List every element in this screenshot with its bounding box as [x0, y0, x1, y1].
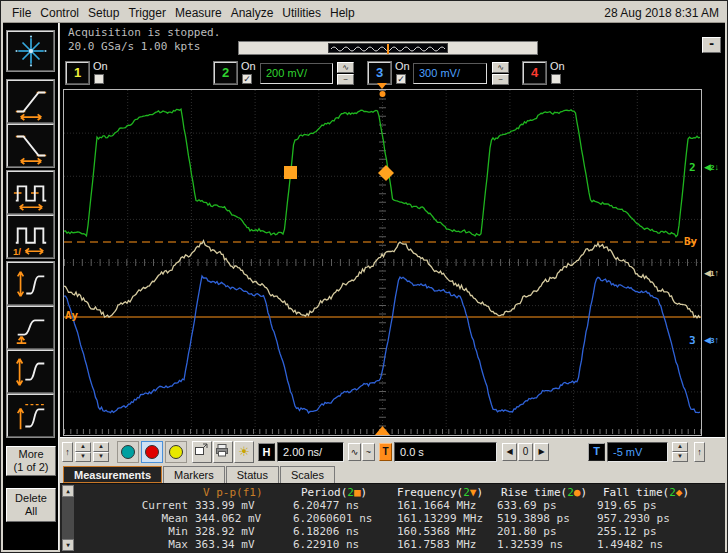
delete-all-button[interactable]: Delete All — [6, 488, 56, 522]
measurement-value: 363.34 mV — [195, 538, 255, 551]
channel-4-on-label: On — [550, 60, 565, 72]
minimize-button[interactable]: - — [702, 37, 721, 53]
channel-3-checkbox[interactable]: ✓ — [396, 74, 406, 84]
channel-4-checkbox[interactable] — [551, 74, 561, 84]
tab-scales[interactable]: Scales — [280, 466, 335, 483]
measurement-value: 255.12 ps — [597, 525, 657, 538]
measurement-value: 328.92 mV — [195, 525, 255, 538]
menu-measure[interactable]: Measure — [175, 6, 222, 20]
print-button[interactable] — [213, 441, 233, 463]
ch2-trace-label: 2 — [689, 161, 696, 174]
datetime: 28 Aug 2018 8:31 AM — [604, 6, 719, 20]
tab-status[interactable]: Status — [226, 466, 279, 483]
measurement-value: 160.5368 MHz — [397, 525, 476, 538]
window-arrow-icon — [193, 442, 209, 458]
measurement-value: 6.2060601 ns — [293, 512, 372, 525]
menu-utilities[interactable]: Utilities — [282, 6, 321, 20]
channel-3-scale-field[interactable]: 300 mV/ — [413, 63, 487, 84]
column-header: Period(2■) — [301, 486, 367, 499]
row-label: Current — [60, 499, 188, 512]
channel-2-checkbox[interactable]: ✓ — [242, 74, 252, 84]
vmax-measure-button[interactable] — [7, 394, 54, 437]
expand-up-button-right[interactable]: ↑ — [694, 442, 705, 462]
menu-trigger[interactable]: Trigger — [128, 6, 166, 20]
horizontal-overview-scrollbar[interactable] — [238, 41, 538, 55]
trigger-level-t-button[interactable]: T — [588, 443, 605, 461]
expand-up-button[interactable]: ↑ — [62, 442, 73, 462]
column-header: Rise time(2●) — [501, 486, 587, 499]
vpp-measure-button[interactable] — [7, 262, 54, 305]
acquisition-bar: Acquisition is stopped. 20.0 GSa/s 1.00 … — [60, 23, 725, 59]
menu-file[interactable]: File — [12, 6, 31, 20]
measurement-value: 201.80 ps — [497, 525, 557, 538]
menu-setup[interactable]: Setup — [88, 6, 119, 20]
trigger-bottom-triangle — [375, 426, 390, 435]
channel-2-scale-field[interactable]: 200 mV/ — [260, 63, 333, 84]
channel-4-button[interactable]: 4 — [523, 62, 546, 84]
channel-1-button[interactable]: 1 — [66, 62, 89, 84]
hscale-coarse-button[interactable]: ~ — [362, 443, 375, 461]
channel-3-button[interactable]: 3 — [368, 62, 391, 84]
channel-1-checkbox[interactable] — [94, 74, 104, 84]
timebase-scale-field[interactable]: 2.00 ns/ — [277, 442, 344, 462]
ch2-ground-marker-icon[interactable]: ◀2↓ — [704, 163, 718, 172]
row-label: Min — [60, 525, 188, 538]
menu-analyze[interactable]: Analyze — [231, 6, 274, 20]
channel-3-coupling-button[interactable]: ∿ — [492, 62, 509, 73]
trigger-t-button[interactable]: T — [379, 443, 392, 461]
more-page-label: (1 of 2) — [14, 461, 49, 474]
vbase-measure-button[interactable] — [7, 306, 54, 349]
fall-time-marker-diamond[interactable] — [378, 165, 394, 181]
channel-2-probe-button[interactable]: ~ — [337, 74, 354, 85]
measurement-value: 6.22910 ns — [293, 538, 359, 551]
trigger-level-field[interactable]: -5 mV — [607, 442, 668, 462]
period-icon — [12, 174, 50, 212]
channel-2-button[interactable]: 2 — [214, 62, 237, 84]
vamplitude-measure-button[interactable] — [7, 350, 54, 393]
delay-right-button[interactable]: ▶ — [534, 443, 549, 461]
column-header: V p-p(f1) — [203, 486, 263, 499]
tab-measurements[interactable]: Measurements — [63, 466, 162, 483]
trigger-delay-field[interactable]: 0.0 s — [394, 442, 497, 462]
hscale-fine-button[interactable]: ∿ — [348, 443, 361, 461]
menu-help[interactable]: Help — [330, 6, 355, 20]
measurement-row-min: Min328.92 mV6.18206 ns160.5368 MHz201.80… — [60, 525, 725, 538]
measurement-row-current: Current333.99 mV6.20477 ns161.1664 MHz63… — [60, 499, 725, 512]
horizontal-h-button[interactable]: H — [258, 443, 275, 461]
overview-thumb[interactable] — [328, 43, 448, 53]
horizontal-toolbar: ↑ ▲▼ ▲▼ ☀ H 2.00 ns/ ∿ — [60, 437, 725, 465]
waveform-display[interactable] — [63, 89, 702, 436]
autoscale-logo-button[interactable] — [7, 31, 54, 71]
channel-2-coupling-button[interactable]: ∿ — [337, 62, 354, 73]
frequency-icon: 1/ — [12, 218, 50, 256]
fall-time-measure-button[interactable] — [7, 124, 54, 167]
delay-left-button[interactable]: ◀ — [502, 443, 517, 461]
more-button[interactable]: More (1 of 2) — [6, 446, 56, 476]
trigger-level-spinner[interactable]: ▲▼ — [672, 442, 688, 462]
display-brightness-button[interactable]: ☀ — [234, 441, 254, 463]
row-label: Mean — [60, 512, 188, 525]
menu-bar-items: FileControlSetupTriggerMeasureAnalyzeUti… — [3, 6, 355, 20]
frequency-measure-button[interactable]: 1/ — [7, 215, 54, 258]
printer-icon — [214, 442, 230, 458]
ch3-ground-marker-icon[interactable]: ◀3↑ — [704, 336, 718, 345]
marker-b-button-active[interactable] — [141, 441, 163, 463]
measurement-row-mean: Mean344.062 mV6.2060601 ns161.13299 MHz5… — [60, 512, 725, 525]
tab-markers[interactable]: Markers — [163, 466, 225, 483]
v-base-icon — [12, 309, 50, 347]
measurement-value: 1.49482 ns — [597, 538, 663, 551]
delay-zero-button[interactable]: 0 — [518, 443, 533, 461]
menu-control[interactable]: Control — [40, 6, 79, 20]
period-marker-square[interactable] — [284, 166, 297, 179]
rise-time-measure-button[interactable] — [7, 80, 54, 123]
vertical-spinner-1[interactable]: ▲▼ — [75, 442, 91, 462]
acquisition-status: Acquisition is stopped. — [68, 26, 220, 39]
marker-a-button[interactable] — [117, 441, 139, 463]
marker-c-button[interactable] — [165, 441, 187, 463]
period-measure-button[interactable] — [7, 171, 54, 214]
channel-3-probe-button[interactable]: ~ — [492, 74, 509, 85]
vertical-spinner-2[interactable]: ▲▼ — [93, 442, 109, 462]
window-zoom-button[interactable] — [192, 441, 212, 463]
measurements-panel: ▲ ▼ V p-p(f1)Period(2■)Frequency(2▼)Rise… — [60, 483, 725, 552]
f1-ground-marker-icon[interactable]: ◀1↑ — [704, 269, 718, 278]
